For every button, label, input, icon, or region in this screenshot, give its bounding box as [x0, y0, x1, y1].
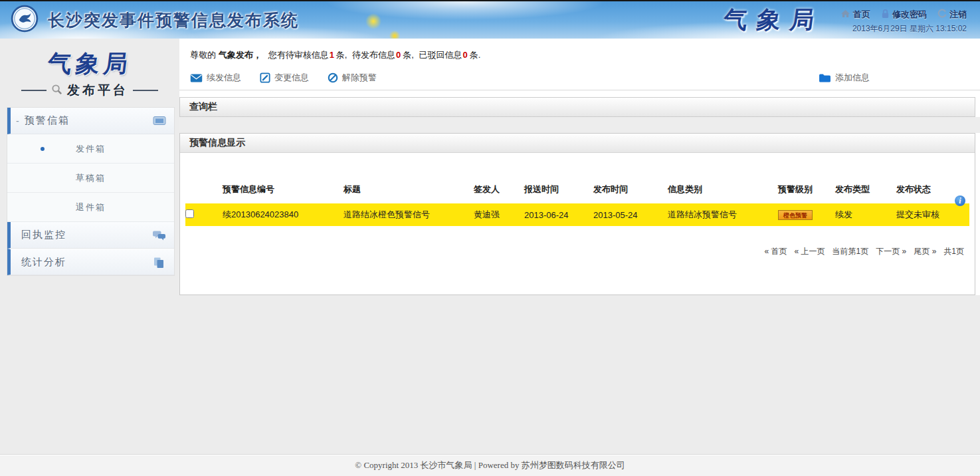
- table-header-row: 预警信息编号 标题 签发人 报送时间 发布时间 信息类别 预警级别 发布类型 发…: [185, 182, 969, 203]
- sidebar-logo-subtitle: 发布平台: [67, 82, 128, 99]
- sidebar-item-drafts[interactable]: 草稿箱: [7, 164, 174, 193]
- footer: © Copyright 2013 长沙市气象局 | Powered by 苏州梦…: [0, 454, 980, 476]
- nav-logout[interactable]: 注销: [937, 9, 967, 21]
- toolbar: 续发信息 变更信息 解除预警: [179, 66, 980, 90]
- column-header: 标题: [343, 182, 474, 203]
- warning-info-panel: 预警信息显示 i 预警信息编号: [179, 133, 975, 295]
- lock-icon: [881, 9, 890, 21]
- greeting-message: 尊敬的气象发布， 您有待审核信息1条, 待发布信息0条, 已驳回信息0条.: [179, 39, 980, 66]
- sidebar-item-outbox[interactable]: 发件箱: [7, 134, 174, 164]
- home-icon: [840, 9, 850, 20]
- sidebar-item-returned[interactable]: 退件箱: [7, 193, 174, 222]
- rejected-count: 0: [463, 50, 468, 60]
- magnifier-icon: [51, 84, 62, 98]
- sidebar: 气象局 发布平台 - 预警信箱 发件箱: [0, 39, 179, 453]
- folder-icon: [819, 73, 831, 83]
- section-gap: [179, 117, 980, 133]
- pagination-total: 共1页: [943, 246, 964, 257]
- nav-home[interactable]: 首页: [840, 9, 870, 21]
- pagination-last[interactable]: 尾页 »: [914, 246, 936, 257]
- ban-icon: [328, 72, 338, 83]
- sidebar-item-statistics[interactable]: 统计分析: [7, 249, 174, 275]
- cell-publish-type: 续发: [835, 203, 896, 226]
- panel-title: 预警信息显示: [189, 137, 245, 149]
- pagination-prev[interactable]: « 上一页: [795, 246, 825, 257]
- lift-warning-button[interactable]: 解除预警: [328, 72, 377, 84]
- mailbox-window-icon: [153, 116, 166, 126]
- modify-info-button[interactable]: 变更信息: [260, 72, 309, 84]
- pagination-next[interactable]: 下一页 »: [876, 246, 906, 257]
- copyright-text: © Copyright 2013 长沙市气象局 | Powered by 苏州梦…: [355, 459, 625, 471]
- column-header: 发布类型: [835, 182, 896, 203]
- logout-icon: [937, 9, 947, 20]
- sidebar-item-receipt-monitor[interactable]: 回执监控: [7, 222, 174, 249]
- cell-title: 道路结冰橙色预警信号: [343, 203, 474, 226]
- row-checkbox[interactable]: [185, 209, 194, 218]
- pending-publish-count: 0: [396, 50, 401, 60]
- divider: [21, 90, 47, 91]
- warning-table: 预警信息编号 标题 签发人 报送时间 发布时间 信息类别 预警级别 发布类型 发…: [185, 182, 969, 226]
- edit-icon: [260, 72, 270, 83]
- username: 气象发布，: [219, 50, 262, 60]
- selected-dot-icon: [41, 147, 45, 151]
- brand-title: 气象局: [722, 4, 826, 37]
- divider: [133, 90, 158, 91]
- cell-warning-id: 续20130624023840: [223, 203, 343, 226]
- cell-status: 提交未审核: [896, 203, 969, 226]
- info-icon[interactable]: i: [955, 195, 965, 206]
- datetime: 2013年6月29日 星期六 13:15:02: [852, 23, 967, 35]
- pagination-current: 当前第1页: [833, 246, 869, 257]
- bureau-emblem-icon: [11, 5, 39, 35]
- top-banner: 长沙突发事件预警信息发布系统 气象局 首页 修改密码: [0, 0, 980, 39]
- warning-level-badge: 橙色预警: [778, 210, 813, 221]
- resend-info-button[interactable]: 续发信息: [190, 72, 241, 84]
- add-info-button[interactable]: 添加信息: [819, 72, 870, 84]
- pagination: « 首页 « 上一页 当前第1页 下一页 » 尾页 » 共1页: [185, 246, 969, 257]
- pages-copy-icon: [153, 257, 166, 267]
- column-header: 报送时间: [524, 182, 593, 203]
- sidebar-logo-title: 气象局: [46, 48, 134, 80]
- pagination-first[interactable]: « 首页: [765, 246, 787, 257]
- cell-submit-time: 2013-06-24: [524, 203, 593, 226]
- column-header: 签发人: [474, 182, 524, 203]
- chat-bubbles-icon: [153, 230, 166, 241]
- cell-signer: 黄迪强: [474, 203, 524, 226]
- query-bar: 查询栏: [179, 97, 975, 117]
- column-header: 预警信息编号: [223, 182, 343, 203]
- column-header: 信息类别: [668, 182, 778, 203]
- column-header: 预警级别: [778, 182, 835, 203]
- mail-icon: [190, 73, 203, 83]
- pending-review-count: 1: [330, 50, 334, 60]
- select-column-header: [185, 182, 223, 203]
- cell-category: 道路结冰预警信号: [668, 203, 778, 226]
- query-bar-title: 查询栏: [189, 101, 217, 113]
- column-header: 发布时间: [593, 182, 668, 203]
- nav-change-password[interactable]: 修改密码: [881, 9, 927, 21]
- system-title: 长沙突发事件预警信息发布系统: [48, 9, 299, 31]
- cell-publish-time: 2013-05-24: [593, 203, 668, 226]
- table-row[interactable]: 续20130624023840 道路结冰橙色预警信号 黄迪强 2013-06-2…: [185, 203, 969, 226]
- sidebar-item-warning-inbox[interactable]: - 预警信箱: [7, 108, 174, 134]
